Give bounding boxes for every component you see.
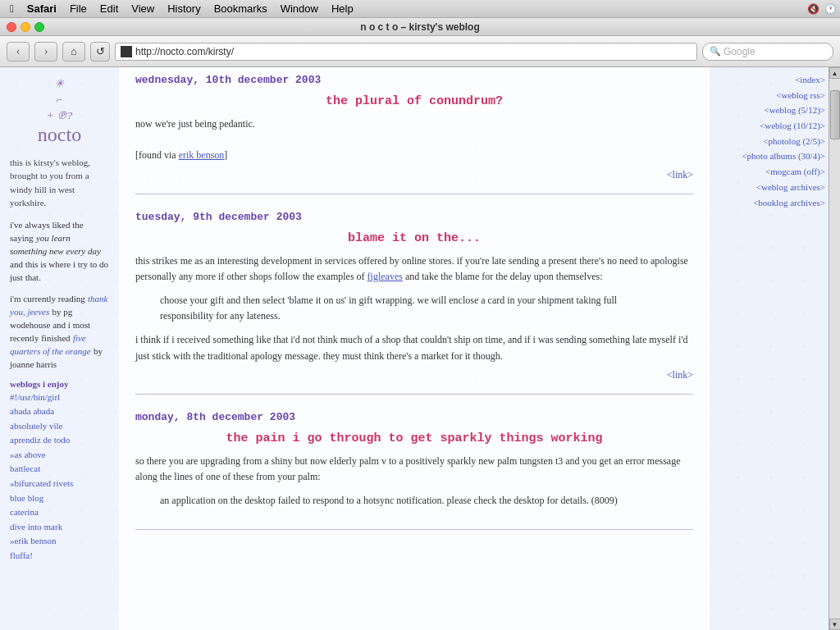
main-content: wednesday, 10th december 2003 the plural… xyxy=(119,67,710,630)
sidebar-link-6[interactable]: battlecat xyxy=(10,462,109,477)
post-1-line1: now we're just being pedantic. xyxy=(135,116,693,132)
weblogs-heading: weblogs i enjoy xyxy=(10,379,109,389)
post-3-intro: so there you are upgrading from a shiny … xyxy=(135,454,693,485)
reading-intro: i'm currently reading xyxy=(10,294,85,304)
post-1-title: the plural of conundrum? xyxy=(135,94,693,108)
apple-menu-icon[interactable]:  xyxy=(3,2,21,15)
site-description: this is kirsty's weblog, brought to you … xyxy=(10,156,109,210)
minimize-button[interactable] xyxy=(21,22,30,32)
clock-icon: 🕐 xyxy=(824,3,837,15)
search-placeholder: Google xyxy=(724,46,756,57)
site-name: nocto xyxy=(10,124,109,146)
menu-view[interactable]: View xyxy=(125,2,161,15)
quote-end: and this is where i try to do just that. xyxy=(10,259,108,282)
maximize-button[interactable] xyxy=(34,22,44,32)
forward-button[interactable]: › xyxy=(34,42,57,62)
sidebar-link-8[interactable]: blue blog xyxy=(10,491,109,506)
post-1-date: wednesday, 10th december 2003 xyxy=(135,74,693,86)
sidebar-link-11[interactable]: »erik benson xyxy=(10,534,109,549)
sidebar-link-7[interactable]: »bifurcated rivets xyxy=(10,477,109,491)
menu-history[interactable]: History xyxy=(161,2,207,15)
site-logo: ✳⌐+ ℗? nocto xyxy=(10,75,109,146)
back-button[interactable]: ‹ xyxy=(7,42,30,62)
post-2-blockquote: choose your gift and then select 'blame … xyxy=(160,293,669,324)
window-title: n o c t o – kirsty's weblog xyxy=(360,21,480,33)
post-2-outro: i think if i received something like tha… xyxy=(135,332,693,363)
post-3: monday, 8th december 2003 the pain i go … xyxy=(135,411,693,531)
sidebar-link-3[interactable]: absolutely vile xyxy=(10,419,109,434)
sidebar-link-12[interactable]: fluffa! xyxy=(10,549,109,564)
right-nav-weblog-archives[interactable]: <weblog archives> xyxy=(713,180,825,195)
close-button[interactable] xyxy=(7,22,16,32)
traffic-lights[interactable] xyxy=(7,22,44,32)
right-nav-weblog-rss[interactable]: <weblog rss> xyxy=(713,88,825,103)
post-2-body: this strikes me as an interesting develo… xyxy=(135,253,693,364)
right-nav-index[interactable]: <index> xyxy=(713,72,825,88)
menu-bar:  Safari File Edit View History Bookmark… xyxy=(0,0,840,18)
sidebar-link-2[interactable]: abada abada xyxy=(10,404,109,419)
right-nav-weblog-1012[interactable]: <weblog (10/12)> xyxy=(713,118,825,134)
post-1-link: <link> xyxy=(135,169,693,181)
sidebar-link-5[interactable]: »as above xyxy=(10,448,109,463)
menu-edit[interactable]: Edit xyxy=(94,2,125,15)
sidebar-link-4[interactable]: aprendiz de todo xyxy=(10,433,109,448)
title-bar: n o c t o – kirsty's weblog xyxy=(0,18,840,36)
reading-section: i'm currently reading thank you, jeeves … xyxy=(10,292,109,371)
post-2-date: tuesday, 9th december 2003 xyxy=(135,211,693,223)
menu-file[interactable]: File xyxy=(63,2,94,15)
post-3-date: monday, 8th december 2003 xyxy=(135,411,693,423)
right-nav-weblog-512[interactable]: <weblog (5/12)> xyxy=(713,103,825,118)
scroll-down-arrow[interactable]: ▼ xyxy=(829,619,841,630)
post-3-title: the pain i go through to get sparkly thi… xyxy=(135,431,693,445)
sidebar-link-10[interactable]: dive into mark xyxy=(10,520,109,535)
sidebar: ✳⌐+ ℗? nocto this is kirsty's weblog, br… xyxy=(0,67,119,630)
right-nav-mogcam[interactable]: <mogcam (off)> xyxy=(713,164,825,180)
right-nav: <index> <weblog rss> <weblog (5/12)> <we… xyxy=(710,67,829,630)
scroll-up-arrow[interactable]: ▲ xyxy=(829,67,841,79)
sidebar-quote: i've always liked the saying you learn s… xyxy=(10,218,109,284)
menu-window[interactable]: Window xyxy=(274,2,325,15)
menu-help[interactable]: Help xyxy=(325,2,360,15)
right-nav-photolog[interactable]: <photolog (2/5)> xyxy=(713,134,825,149)
logo-art: ✳⌐+ ℗? xyxy=(47,77,73,121)
search-bar[interactable]: 🔍 Google xyxy=(702,43,833,61)
post-2-intro: this strikes me as an interesting develo… xyxy=(135,253,693,285)
sidebar-link-1[interactable]: #!/usr/bin/girl xyxy=(10,390,109,405)
url-text: http://nocto.com/kirsty/ xyxy=(135,46,234,57)
post-3-body: so there you are upgrading from a shiny … xyxy=(135,454,693,509)
figleaves-link[interactable]: figleaves xyxy=(368,271,403,282)
post-2: tuesday, 9th december 2003 blame it on t… xyxy=(135,211,693,395)
page-wrapper: ✳⌐+ ℗? nocto this is kirsty's weblog, br… xyxy=(0,67,840,630)
post-1-permalink[interactable]: <link> xyxy=(667,169,693,180)
post-2-title: blame it on the... xyxy=(135,231,693,245)
erik-benson-link-1[interactable]: erik benson xyxy=(179,149,225,161)
post-2-link: <link> xyxy=(135,369,693,381)
right-nav-booklog-archives[interactable]: <booklog archives> xyxy=(713,195,825,211)
favicon xyxy=(121,46,132,57)
post-1-body: now we're just being pedantic. [found vi… xyxy=(135,116,693,164)
right-nav-photo-albums[interactable]: <photo albums (30/4)> xyxy=(713,148,825,164)
refresh-button[interactable]: ↺ xyxy=(90,42,110,62)
menu-safari[interactable]: Safari xyxy=(21,2,63,15)
weblogs-section: weblogs i enjoy #!/usr/bin/girl abada ab… xyxy=(10,379,109,564)
post-1-line2: [found via erik benson] xyxy=(135,148,693,163)
sidebar-link-9[interactable]: caterina xyxy=(10,505,109,520)
speaker-icon: 🔇 xyxy=(807,3,819,15)
menu-bookmarks[interactable]: Bookmarks xyxy=(208,2,274,15)
search-icon: 🔍 xyxy=(710,46,721,57)
scrollbar[interactable]: ▲ ▼ xyxy=(829,67,840,630)
post-1: wednesday, 10th december 2003 the plural… xyxy=(135,74,693,194)
post-3-blockquote: an application on the desktop failed to … xyxy=(160,493,669,509)
home-button[interactable]: ⌂ xyxy=(62,42,85,62)
post-2-permalink[interactable]: <link> xyxy=(667,369,693,381)
toolbar: ‹ › ⌂ ↺ http://nocto.com/kirsty/ 🔍 Googl… xyxy=(0,36,840,67)
address-bar[interactable]: http://nocto.com/kirsty/ xyxy=(115,43,697,61)
scrollbar-thumb[interactable] xyxy=(830,90,840,139)
